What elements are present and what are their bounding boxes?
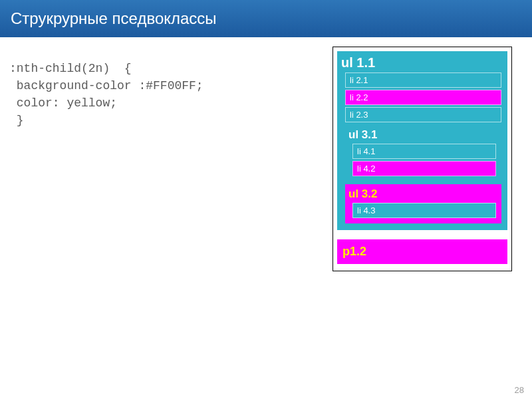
ul-1-1-label: ul 1.1	[341, 55, 503, 70]
p-1-2-label: p1.2	[342, 245, 366, 258]
li-4-3: li 4.3	[352, 203, 496, 218]
slide: Струкрурные пседвоклассы :nth-child(2n) …	[0, 0, 532, 399]
ul-3-2: ul 3.2 li 4.3	[345, 184, 501, 223]
code-line: }	[9, 114, 24, 127]
page-number: 28	[515, 385, 524, 395]
li-4-1: li 4.1	[352, 144, 496, 159]
code-line: color: yellow;	[9, 96, 117, 110]
slide-body: :nth-child(2n) { background-color :#FF00…	[0, 37, 532, 399]
ul-3-1: ul 3.1 li 4.1 li 4.2	[345, 125, 501, 182]
slide-title: Струкрурные пседвоклассы	[11, 9, 217, 28]
li-2-2: li 2.2	[345, 90, 501, 105]
code-line: :nth-child(2n) {	[9, 62, 132, 75]
li-4-2: li 4.2	[352, 161, 496, 176]
slide-title-bar: Струкрурные пседвоклассы	[0, 0, 532, 37]
li-2-1: li 2.1	[345, 72, 501, 88]
ul-1-1: ul 1.1 li 2.1 li 2.2 li 2.3 ul 3.1 li 4.…	[337, 51, 507, 230]
p-1-2: p1.2	[337, 239, 507, 264]
ul-3-2-label: ul 3.2	[348, 188, 498, 201]
ul-3-1-label: ul 3.1	[348, 128, 498, 142]
demo-frame: ul 1.1 li 2.1 li 2.2 li 2.3 ul 3.1 li 4.…	[332, 47, 512, 271]
code-line: background-color :#FF00FF;	[9, 79, 203, 92]
li-2-3: li 2.3	[345, 107, 501, 122]
